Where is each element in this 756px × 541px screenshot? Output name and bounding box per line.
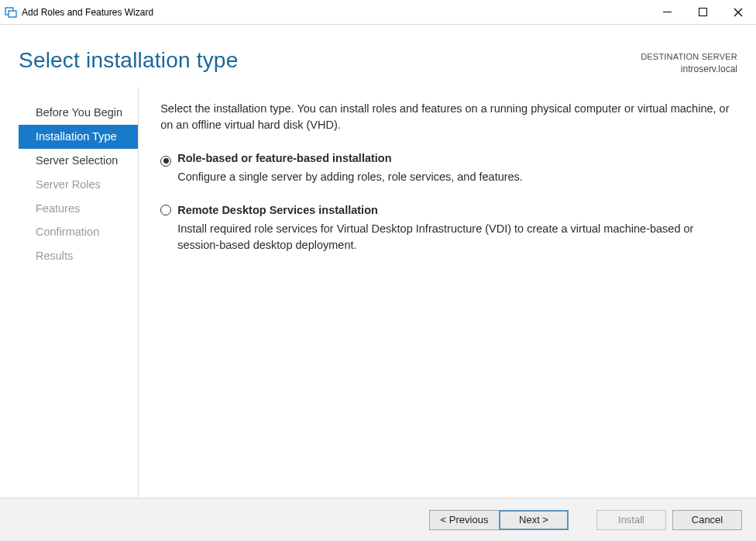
svg-rect-3 <box>699 9 706 16</box>
previous-button[interactable]: < Previous <box>429 510 499 530</box>
titlebar: Add Roles and Features Wizard <box>0 0 756 25</box>
step-confirmation: Confirmation <box>19 220 138 244</box>
radio-role-based[interactable] <box>160 156 171 167</box>
app-icon <box>5 6 17 19</box>
option-rds-desc: Install required role services for Virtu… <box>177 221 737 253</box>
step-results: Results <box>19 244 138 268</box>
radio-rds[interactable] <box>160 205 171 215</box>
close-button[interactable] <box>720 0 756 24</box>
step-installation-type[interactable]: Installation Type <box>19 125 138 149</box>
footer: < Previous Next > Install Cancel <box>0 498 756 541</box>
destination-block: DESTINATION SERVER introserv.local <box>641 48 737 76</box>
step-server-selection[interactable]: Server Selection <box>19 149 138 173</box>
option-role-based-title: Role-based or feature-based installation <box>177 150 523 167</box>
maximize-button[interactable] <box>685 0 720 24</box>
cancel-button[interactable]: Cancel <box>672 510 742 530</box>
install-button: Install <box>596 510 666 530</box>
main-content: Select the installation type. You can in… <box>139 87 737 498</box>
option-rds-title: Remote Desktop Services installation <box>177 202 737 219</box>
minimize-button[interactable] <box>649 0 685 24</box>
intro-text: Select the installation type. You can in… <box>160 101 737 133</box>
wizard-steps-sidebar: Before You Begin Installation Type Serve… <box>19 87 139 498</box>
step-server-roles: Server Roles <box>19 173 138 197</box>
destination-label: DESTINATION SERVER <box>641 51 737 63</box>
destination-server: introserv.local <box>641 63 737 76</box>
next-button[interactable]: Next > <box>499 510 569 530</box>
step-before-you-begin[interactable]: Before You Begin <box>19 101 138 125</box>
svg-rect-1 <box>9 11 16 17</box>
option-role-based-desc: Configure a single server by adding role… <box>177 169 523 185</box>
window-controls <box>649 0 756 24</box>
option-role-based[interactable]: Role-based or feature-based installation… <box>160 150 737 185</box>
page-title: Select installation type <box>19 48 641 73</box>
header: Select installation type DESTINATION SER… <box>0 25 756 87</box>
window-title: Add Roles and Features Wizard <box>22 7 153 18</box>
step-features: Features <box>19 197 138 221</box>
option-rds[interactable]: Remote Desktop Services installation Ins… <box>160 202 737 253</box>
